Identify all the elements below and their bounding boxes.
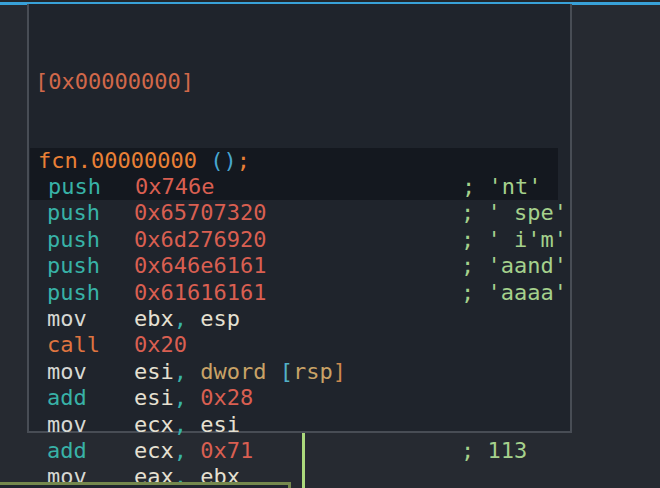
operands: esi, 0x28 [134, 385, 461, 411]
mnemonic: call [47, 332, 134, 358]
signature-token: () [210, 148, 237, 173]
graph-view-canvas[interactable]: [0x00000000] fcn.00000000 ();push0x746e;… [0, 0, 660, 488]
operands: 0x20 [134, 332, 461, 358]
comment: ; 'aaaa' [461, 280, 567, 305]
operand-token: 0x71 [200, 438, 253, 463]
operand-token: esi [134, 359, 174, 384]
operand-token: , [174, 359, 201, 384]
operand-token: [ [280, 359, 293, 384]
instruction-row[interactable]: movebx, esp [29, 306, 570, 332]
instruction-row[interactable]: addesi, 0x28 [29, 385, 570, 411]
mnemonic: push [47, 253, 134, 279]
instruction-row[interactable]: push0x65707320; ' spe' [29, 200, 570, 226]
operand-token: , [174, 306, 201, 331]
operands: ecx, 0x71 [134, 438, 461, 464]
instruction-row[interactable]: movecx, esi [29, 412, 570, 438]
comment: ; 113 [461, 438, 527, 463]
operands: 0x746e [135, 174, 462, 200]
operands: 0x65707320 [134, 200, 461, 226]
operands: 0x646e6161 [134, 253, 461, 279]
mnemonic: add [47, 385, 134, 411]
operands: ecx, esi [134, 412, 461, 438]
operand-token: dword [200, 359, 279, 384]
signature-token: fcn.00000000 [38, 148, 210, 173]
mnemonic: push [48, 174, 135, 200]
disasm-node-partial[interactable] [0, 482, 291, 488]
operand-token: 0x746e [135, 174, 214, 199]
instruction-row[interactable]: push0x746e; 'nt' [30, 174, 558, 200]
operand-token: ecx [134, 412, 174, 437]
instruction-row[interactable]: call0x20 [29, 332, 570, 358]
operand-token: rsp [293, 359, 333, 384]
disasm-rows: fcn.00000000 ();push0x746e; 'nt'push0x65… [29, 148, 570, 488]
mnemonic: mov [47, 306, 134, 332]
operand-token: ecx [134, 438, 174, 463]
comment: ; ' i'm' [461, 227, 567, 252]
function-signature-row[interactable]: fcn.00000000 (); [30, 148, 558, 174]
operand-token: esi [200, 412, 240, 437]
mnemonic: mov [47, 412, 134, 438]
signature-token: ; [237, 148, 250, 173]
instruction-row[interactable]: push0x6d276920; ' i'm' [29, 227, 570, 253]
comment: ; ' spe' [461, 200, 567, 225]
instruction-row[interactable]: push0x61616161; 'aaaa' [29, 280, 570, 306]
comment: ; 'nt' [462, 174, 541, 199]
instruction-row[interactable]: addecx, 0x71; 113 [29, 438, 570, 464]
operand-token: , [174, 438, 201, 463]
mnemonic: push [47, 280, 134, 306]
operand-token: esp [200, 306, 240, 331]
operand-token: 0x28 [200, 385, 253, 410]
operand-token: esi [134, 385, 174, 410]
operand-token: 0x6d276920 [134, 227, 266, 252]
mnemonic: push [47, 227, 134, 253]
operand-token: ebx [134, 306, 174, 331]
mnemonic: push [47, 200, 134, 226]
operand-token: , [174, 412, 201, 437]
graph-edge-line [302, 433, 305, 488]
comment: ; 'aand' [461, 253, 567, 278]
operand-token: 0x646e6161 [134, 253, 266, 278]
operand-token: 0x65707320 [134, 200, 266, 225]
operand-token: 0x61616161 [134, 280, 266, 305]
operand-token: 0x20 [134, 332, 187, 357]
operand-token: , [174, 385, 201, 410]
node-header-address: [0x00000000] [29, 57, 570, 95]
operands: 0x61616161 [134, 280, 461, 306]
operands: 0x6d276920 [134, 227, 461, 253]
operands: esi, dword [rsp] [134, 359, 461, 385]
instruction-row[interactable]: push0x646e6161; 'aand' [29, 253, 570, 279]
operands: ebx, esp [134, 306, 461, 332]
disasm-node-fcn-00000000[interactable]: [0x00000000] fcn.00000000 ();push0x746e;… [27, 4, 572, 433]
mnemonic: mov [47, 359, 134, 385]
instruction-row[interactable]: movesi, dword [rsp] [29, 359, 570, 385]
mnemonic: add [47, 438, 134, 464]
operand-token: ] [333, 359, 346, 384]
